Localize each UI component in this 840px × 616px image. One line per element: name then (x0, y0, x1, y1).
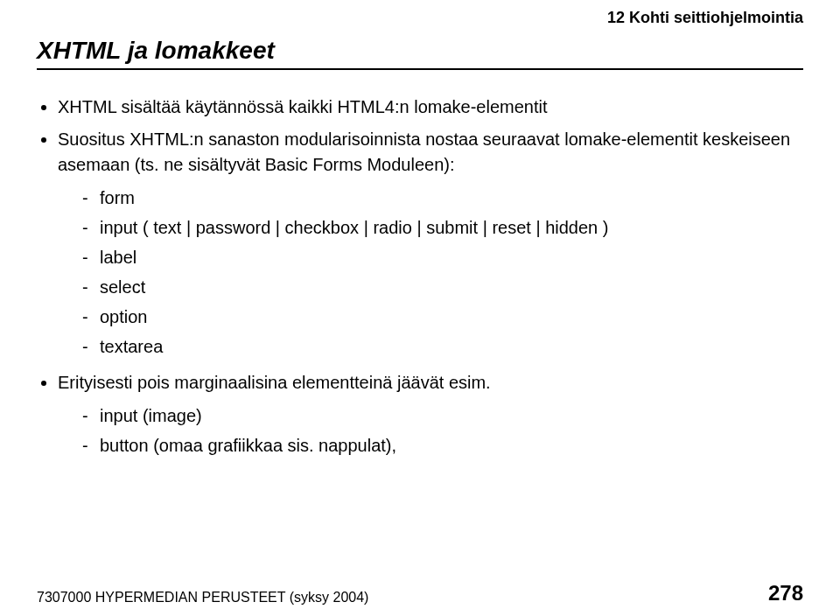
sub-item: label (82, 242, 803, 272)
sub-item: input (image) (82, 401, 803, 430)
sub-list: form input ( text | password | checkbox … (58, 183, 803, 361)
footer: 7307000 HYPERMEDIAN PERUSTEET (syksy 200… (37, 581, 803, 606)
bullet-text: XHTML sisältää käytännössä kaikki HTML4:… (58, 97, 547, 116)
title-rule (37, 68, 803, 70)
sub-item: textarea (82, 332, 803, 361)
page-number: 278 (768, 581, 803, 606)
sub-list: input (image) button (omaa grafiikkaa si… (58, 401, 803, 460)
sub-item: input ( text | password | checkbox | rad… (82, 213, 803, 242)
sub-item: select (82, 272, 803, 302)
sub-item: form (82, 183, 803, 213)
sub-item: button (omaa grafiikkaa sis. nappulat), (82, 430, 803, 460)
bullet-text: Erityisesti pois marginaalisina elementt… (58, 373, 491, 392)
page-title: XHTML ja lomakkeet (37, 37, 803, 65)
sub-item: option (82, 302, 803, 332)
course-code: 7307000 HYPERMEDIAN PERUSTEET (syksy 200… (37, 590, 368, 606)
bullet-text: Suositus XHTML:n sanaston modularisoinni… (58, 130, 790, 174)
bullet-item: Suositus XHTML:n sanaston modularisoinni… (58, 127, 803, 361)
bullet-item: Erityisesti pois marginaalisina elementt… (58, 370, 803, 460)
chapter-label: 12 Kohti seittiohjelmointia (607, 9, 803, 27)
bullet-item: XHTML sisältää käytännössä kaikki HTML4:… (58, 94, 803, 120)
content-list: XHTML sisältää käytännössä kaikki HTML4:… (37, 94, 803, 460)
